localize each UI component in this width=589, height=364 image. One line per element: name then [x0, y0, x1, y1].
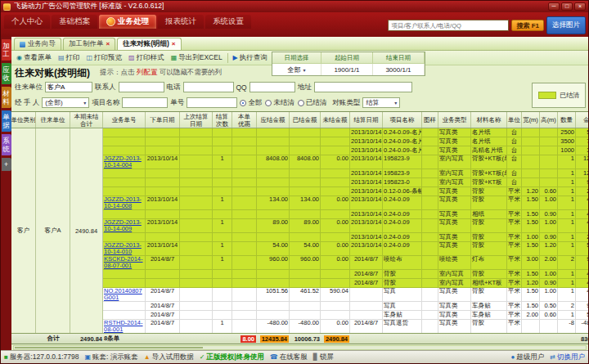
- table-row[interactable]: 2014/8/7背胶室内写真相纸+KT板平米1.200.90143.20: [103, 279, 588, 288]
- table-row[interactable]: 2013/10/140.24-0.09-名片写真类高精名片纸台100035.00: [103, 146, 588, 155]
- toolbar-button-打印预览[interactable]: ◫打印预览: [83, 52, 126, 64]
- type-select[interactable]: 结算 ▾: [362, 97, 400, 108]
- search-button[interactable]: 搜索 F1: [511, 20, 544, 31]
- ribbon-tab-报表统计[interactable]: 报表统计: [158, 15, 204, 29]
- col-header-cat[interactable]: 单位类别: [11, 112, 36, 128]
- col-header-lastdate[interactable]: 上次结算日期: [180, 112, 213, 128]
- address-input[interactable]: [314, 82, 412, 92]
- order-link[interactable]: JGZZD-2013-10-14-010: [104, 242, 144, 255]
- table-row[interactable]: 2014/8/7写真写真类车身贴平米1.500.50290.00: [103, 302, 588, 311]
- close-tab-icon[interactable]: ×: [172, 41, 176, 47]
- table-row[interactable]: 2013/10/140.24-0.09写真类相纸平米1.500.90140.50: [103, 210, 588, 219]
- col-header-due[interactable]: 应结金额: [257, 112, 290, 128]
- table-row[interactable]: 2013/10/140.24-0.09写真类背胶平米1.000.90127.00: [103, 233, 588, 242]
- col-header-qty[interactable]: 数量: [558, 112, 576, 128]
- table-row[interactable]: RSTHD-2014-08-0012014/8/71-480.00-480.00…: [103, 320, 588, 333]
- col-header-disc[interactable]: 本单优惠: [232, 112, 257, 128]
- online-support[interactable]: ☎在线客服: [270, 353, 308, 362]
- import-demo-data[interactable]: ▲导入试用数据: [144, 353, 194, 362]
- global-search-input[interactable]: [388, 20, 509, 31]
- order-link[interactable]: NO.20140807G001: [104, 288, 144, 301]
- col-header-sdate[interactable]: 结算日期: [350, 112, 383, 128]
- side-tab-材料[interactable]: 材料: [2, 87, 11, 108]
- ribbon-tab-系统设置[interactable]: 系统设置: [205, 15, 251, 29]
- col-header-w[interactable]: 宽(m): [522, 112, 540, 128]
- scrollbar-thumb[interactable]: [15, 347, 203, 348]
- col-header-h[interactable]: 高(m): [540, 112, 558, 128]
- table-row[interactable]: JGZZD-2013-10-14-0102013/10/14154.0054.0…: [103, 242, 588, 256]
- table-row[interactable]: 2014/8/7背胶室内写真背胶平米1.501.00145.00: [103, 270, 588, 279]
- cell-proj: 195823-0: [383, 178, 422, 187]
- col-header-mu[interactable]: 单位: [507, 112, 522, 128]
- toolbar-button-打印样式[interactable]: ▨打印样式: [125, 52, 168, 64]
- col-header-proj[interactable]: 项目名称: [383, 112, 422, 128]
- toolbar-button-打印[interactable]: ▤打印: [55, 52, 83, 64]
- switch-user[interactable]: ⇄切换用户: [550, 353, 585, 362]
- table-row[interactable]: 2013/10/140.12-0.06-条幅写真类背胶平米1.200.60121…: [103, 187, 588, 196]
- order-link[interactable]: JGZZD-2013-10-14-008: [104, 196, 144, 209]
- horizontal-scrollbar[interactable]: [13, 345, 587, 350]
- doc-tab-加工制作单[interactable]: 加工制作单×: [63, 38, 115, 50]
- col-header-odate[interactable]: 下单日期: [146, 112, 180, 128]
- cell-unpaid: [321, 187, 350, 196]
- close-tab-icon[interactable]: ×: [106, 41, 110, 47]
- maximize-button[interactable]: □: [561, 2, 573, 11]
- table-row[interactable]: JGZZD-2013-10-14-0092013/10/14189.0089.0…: [103, 219, 588, 233]
- col-header-mat[interactable]: 材料名称: [471, 112, 507, 128]
- ribbon-tab-基础档案[interactable]: 基础档案: [52, 15, 97, 29]
- order-link[interactable]: JGZZD-2013-10-14-009: [104, 219, 144, 232]
- col-header-total[interactable]: 本期未结合计: [70, 112, 103, 128]
- phone-input[interactable]: [183, 82, 234, 92]
- toolbar-button-导出到EXCEL[interactable]: ▦导出到EXCEL: [168, 52, 226, 64]
- toolbar-button-查看原单[interactable]: ◉查看原单: [13, 52, 55, 64]
- table-row[interactable]: 2014/8/7车身贴写真类车身贴平米2.000.60154.00: [103, 311, 588, 320]
- doc-tab-业务向导[interactable]: 业务向导: [14, 38, 61, 50]
- table-row[interactable]: 2013/10/14195823-0室内写真背胶+KT板台196.00: [103, 178, 588, 187]
- radio-全部[interactable]: 全部: [240, 98, 262, 108]
- orderno-input[interactable]: [187, 97, 237, 108]
- toolbar-button-执行查询[interactable]: ▶执行查询: [230, 52, 271, 64]
- table-row[interactable]: JGZZD-2013-10-14-0042013/10/1418408.0084…: [103, 155, 588, 169]
- contact-input[interactable]: [119, 82, 164, 92]
- unit-input[interactable]: [45, 82, 92, 92]
- order-link[interactable]: JGZZD-2013-10-14-004: [104, 155, 144, 169]
- date-mode-select[interactable]: 全部 ▾: [272, 64, 321, 75]
- radio-已结清[interactable]: 已结清: [298, 98, 327, 108]
- table-row[interactable]: 2013/10/140.24-0.09-名片写真类名片纸台250050.00: [103, 128, 588, 137]
- order-link[interactable]: KSCKD-2014-08-07-001: [104, 256, 144, 269]
- radio-未结清[interactable]: 未结清: [265, 98, 294, 108]
- side-tab-加工[interactable]: 加工: [2, 39, 11, 61]
- col-header-cnt[interactable]: 结算次数: [213, 112, 232, 128]
- minimize-button[interactable]: ─: [548, 2, 560, 11]
- side-tab-应收[interactable]: 应收: [2, 63, 11, 84]
- order-link[interactable]: RSTHD-2014-08-001: [104, 320, 144, 333]
- close-button[interactable]: ×: [574, 2, 586, 11]
- col-header-btype[interactable]: 业务类型: [438, 112, 471, 128]
- table-row[interactable]: KSCKD-2014-08-07-0012014/8/71960.00960.0…: [103, 256, 588, 270]
- ribbon-tab-业务处理[interactable]: 业务处理: [99, 15, 156, 29]
- side-tab-系统[interactable]: 系统: [2, 134, 11, 155]
- col-header-no[interactable]: 业务单号: [103, 112, 146, 128]
- table-row[interactable]: 2013/10/14195823-9室内写真背胶+KT板(单面)台1120.00: [103, 169, 588, 178]
- lock-screen[interactable]: ▊锁屏: [313, 353, 334, 362]
- ribbon-tab-个人中心[interactable]: 个人中心: [4, 15, 50, 29]
- col-header-pic[interactable]: 图样: [422, 112, 438, 128]
- table-row[interactable]: NO.20140807G0012014/8/71051.56461.52590.…: [103, 288, 588, 302]
- col-header-unit[interactable]: 往来单位: [36, 112, 70, 128]
- side-tab-+[interactable]: +: [2, 158, 11, 171]
- col-header-amt[interactable]: 金额: [576, 112, 588, 128]
- qq-input[interactable]: [250, 82, 295, 92]
- column-config-link[interactable]: 列配置: [137, 68, 158, 76]
- end-date-input[interactable]: 3000/1/1: [373, 64, 425, 75]
- col-header-unpaid[interactable]: 未结金额: [321, 112, 350, 128]
- table-row[interactable]: 2013/10/140.24-0.09-名片写真类名片纸台350070.00: [103, 137, 588, 146]
- handler-select[interactable]: (全部) ▾: [42, 97, 89, 108]
- project-input[interactable]: [122, 97, 168, 108]
- start-date-input[interactable]: 1900/1/1: [321, 64, 373, 75]
- side-tab-单据[interactable]: 单据: [2, 110, 11, 132]
- doc-tab-往来对账(明细)[interactable]: 往来对账(明细)×: [117, 38, 181, 50]
- table-row[interactable]: JGZZD-2013-10-14-0082013/10/141134.00134…: [103, 196, 588, 210]
- pick-image-button[interactable]: 选择图片: [546, 16, 586, 34]
- side-shortcut-bar: 加工应收材料单据系统+: [1, 37, 11, 350]
- col-header-paid[interactable]: 已结金额: [290, 112, 321, 128]
